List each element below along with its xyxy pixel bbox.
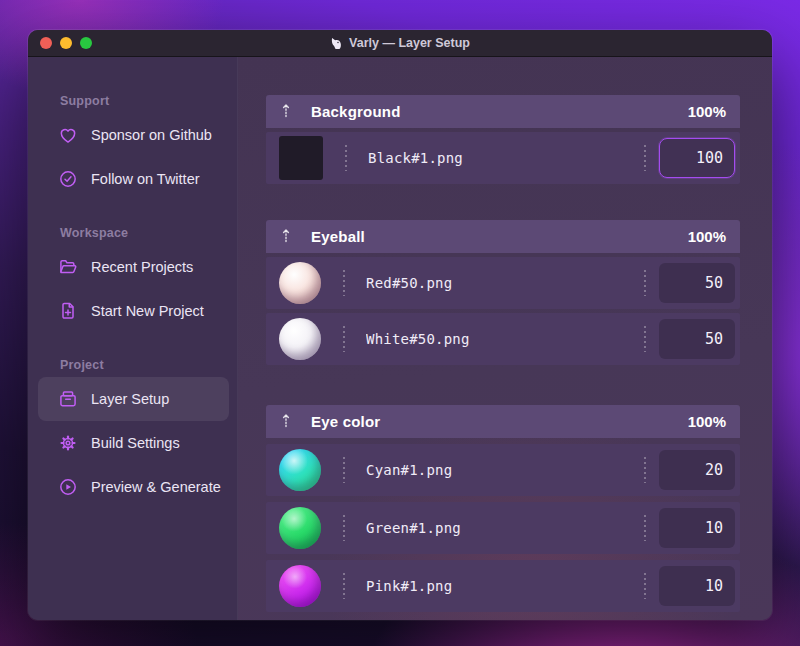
sidebar-item-label: Follow on Twitter xyxy=(91,171,200,187)
divider xyxy=(644,326,646,352)
sidebar-item-layer-setup[interactable]: Layer Setup xyxy=(38,377,229,421)
divider xyxy=(644,573,646,599)
divider xyxy=(644,515,646,541)
drag-handle-icon[interactable] xyxy=(280,103,292,120)
group-title: Background xyxy=(311,103,669,120)
layer-weight-input[interactable] xyxy=(659,138,735,178)
sidebar: Support Sponsor on Github Follow on Twit… xyxy=(28,57,238,620)
window-title-text: Varly — Layer Setup xyxy=(349,36,470,50)
layer-filename: Black#1.png xyxy=(368,150,644,166)
layer-thumbnail xyxy=(279,565,321,607)
layer-row: Cyan#1.png xyxy=(266,444,740,496)
layer-row: Black#1.png xyxy=(266,132,740,184)
sidebar-item-label: Preview & Generate xyxy=(91,479,221,495)
sidebar-item-label: Build Settings xyxy=(91,435,180,451)
sidebar-item-recent-projects[interactable]: Recent Projects xyxy=(38,245,229,289)
group-opacity: 100% xyxy=(688,103,726,120)
divider xyxy=(343,457,345,483)
sidebar-item-sponsor-github[interactable]: Sponsor on Github xyxy=(38,113,229,157)
divider xyxy=(644,457,646,483)
layer-filename: Green#1.png xyxy=(366,520,644,536)
layer-group-eyeball: Eyeball 100% Red#50.png White#50.png xyxy=(266,220,740,365)
layer-row: Pink#1.png xyxy=(266,560,740,612)
group-header: Background 100% xyxy=(266,95,740,128)
layer-weight-input[interactable] xyxy=(659,450,735,490)
layer-thumbnail xyxy=(279,136,323,180)
divider xyxy=(343,326,345,352)
sidebar-section-workspace: Workspace xyxy=(60,225,205,241)
layer-filename: Cyan#1.png xyxy=(366,462,644,478)
layer-row: White#50.png xyxy=(266,313,740,365)
divider xyxy=(644,145,646,171)
drag-handle-icon[interactable] xyxy=(280,228,292,245)
layer-filename: White#50.png xyxy=(366,331,644,347)
layer-filename: Pink#1.png xyxy=(366,578,644,594)
heart-icon xyxy=(58,125,78,145)
layer-weight-input[interactable] xyxy=(659,508,735,548)
layer-weight-input[interactable] xyxy=(659,566,735,606)
file-plus-icon xyxy=(58,301,78,321)
layer-group-eye-color: Eye color 100% Cyan#1.png Green#1.png xyxy=(266,405,740,612)
drag-handle-icon[interactable] xyxy=(280,413,292,430)
gear-icon xyxy=(58,433,78,453)
minimize-button[interactable] xyxy=(60,37,72,49)
traffic-lights xyxy=(40,30,92,56)
group-header: Eyeball 100% xyxy=(266,220,740,253)
sidebar-item-label: Layer Setup xyxy=(91,391,169,407)
folder-icon xyxy=(58,257,78,277)
archive-icon xyxy=(58,389,78,409)
layer-setup-panel: Background 100% Black#1.png Eyeba xyxy=(238,57,772,620)
divider xyxy=(345,145,347,171)
window-title: Varly — Layer Setup xyxy=(330,36,470,50)
group-opacity: 100% xyxy=(688,413,726,430)
layer-row: Green#1.png xyxy=(266,502,740,554)
layer-weight-input[interactable] xyxy=(659,319,735,359)
layer-thumbnail xyxy=(279,262,321,304)
sidebar-item-follow-twitter[interactable]: Follow on Twitter xyxy=(38,157,229,201)
group-title: Eye color xyxy=(311,413,669,430)
sidebar-section-project: Project xyxy=(60,357,205,373)
sidebar-item-label: Recent Projects xyxy=(91,259,193,275)
sidebar-item-label: Start New Project xyxy=(91,303,204,319)
sidebar-item-start-new-project[interactable]: Start New Project xyxy=(38,289,229,333)
group-header: Eye color 100% xyxy=(266,405,740,438)
layer-weight-input[interactable] xyxy=(659,263,735,303)
layer-thumbnail xyxy=(279,449,321,491)
group-title: Eyeball xyxy=(311,228,669,245)
zoom-button[interactable] xyxy=(80,37,92,49)
divider xyxy=(343,573,345,599)
unicorn-icon xyxy=(330,37,343,50)
play-circle-icon xyxy=(58,477,78,497)
verified-check-icon xyxy=(58,169,78,189)
sidebar-item-preview-generate[interactable]: Preview & Generate xyxy=(38,465,229,509)
divider xyxy=(343,515,345,541)
layer-filename: Red#50.png xyxy=(366,275,644,291)
layer-thumbnail xyxy=(279,318,321,360)
sidebar-item-build-settings[interactable]: Build Settings xyxy=(38,421,229,465)
close-button[interactable] xyxy=(40,37,52,49)
divider xyxy=(644,270,646,296)
layer-thumbnail xyxy=(279,507,321,549)
layer-row: Red#50.png xyxy=(266,257,740,309)
app-window: Varly — Layer Setup Support Sponsor on G… xyxy=(28,30,772,620)
sidebar-item-label: Sponsor on Github xyxy=(91,127,212,143)
layer-group-background: Background 100% Black#1.png xyxy=(266,95,740,184)
titlebar[interactable]: Varly — Layer Setup xyxy=(28,30,772,57)
divider xyxy=(343,270,345,296)
sidebar-section-support: Support xyxy=(60,93,205,109)
group-opacity: 100% xyxy=(688,228,726,245)
